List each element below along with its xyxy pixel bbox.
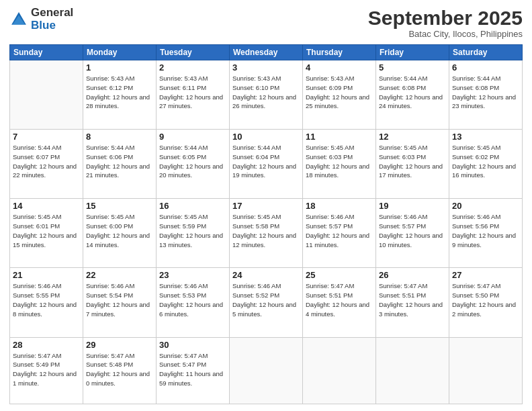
day-info: Sunrise: 5:47 AMSunset: 5:51 PMDaylight:… <box>306 281 373 318</box>
sunset-label: Sunset: 6:10 PM <box>232 84 279 91</box>
table-row: 5Sunrise: 5:44 AMSunset: 6:08 PMDaylight… <box>376 60 449 130</box>
table-row: 30Sunrise: 5:47 AMSunset: 5:47 PMDayligh… <box>157 337 230 404</box>
daylight-label: Daylight: 12 hours and 11 minutes. <box>306 232 369 248</box>
day-number: 22 <box>86 270 153 280</box>
daylight-label: Daylight: 12 hours and 0 minutes. <box>86 370 150 387</box>
sunset-label: Sunset: 6:08 PM <box>379 84 426 91</box>
day-number: 24 <box>232 270 300 280</box>
col-sunday: Sunday <box>10 45 83 60</box>
sunrise-label: Sunrise: 5:46 AM <box>86 282 134 289</box>
table-row: 9Sunrise: 5:44 AMSunset: 6:05 PMDaylight… <box>157 130 230 199</box>
daylight-label: Daylight: 12 hours and 22 minutes. <box>13 163 77 179</box>
daylight-label: Daylight: 12 hours and 12 minutes. <box>232 232 296 248</box>
sunset-label: Sunset: 6:04 PM <box>232 153 279 161</box>
sunset-label: Sunset: 6:12 PM <box>86 84 133 91</box>
day-number: 21 <box>13 270 80 280</box>
table-row: 11Sunrise: 5:45 AMSunset: 6:03 PMDayligh… <box>303 130 376 199</box>
table-row: 15Sunrise: 5:45 AMSunset: 6:00 PMDayligh… <box>83 199 157 268</box>
day-info: Sunrise: 5:45 AMSunset: 6:01 PMDaylight:… <box>13 212 80 249</box>
day-number: 16 <box>159 201 226 211</box>
calendar-week-row: 14Sunrise: 5:45 AMSunset: 6:01 PMDayligh… <box>10 199 523 268</box>
day-info: Sunrise: 5:47 AMSunset: 5:51 PMDaylight:… <box>379 281 446 318</box>
day-number: 11 <box>306 132 373 142</box>
daylight-label: Daylight: 12 hours and 13 minutes. <box>159 232 223 248</box>
table-row: 25Sunrise: 5:47 AMSunset: 5:51 PMDayligh… <box>303 268 376 337</box>
day-info: Sunrise: 5:43 AMSunset: 6:12 PMDaylight:… <box>86 74 153 111</box>
table-row: 2Sunrise: 5:43 AMSunset: 6:11 PMDaylight… <box>157 60 230 130</box>
sunset-label: Sunset: 6:07 PM <box>13 153 60 161</box>
daylight-label: Daylight: 12 hours and 21 minutes. <box>86 163 150 179</box>
day-number: 14 <box>13 201 80 211</box>
sunset-label: Sunset: 5:51 PM <box>306 291 353 299</box>
day-number: 3 <box>232 62 300 73</box>
sunrise-label: Sunrise: 5:45 AM <box>232 213 281 220</box>
sunset-label: Sunset: 5:56 PM <box>452 222 499 230</box>
sunrise-label: Sunrise: 5:47 AM <box>306 282 354 289</box>
daylight-label: Daylight: 11 hours and 59 minutes. <box>159 370 223 387</box>
table-row <box>303 337 376 404</box>
day-info: Sunrise: 5:47 AMSunset: 5:48 PMDaylight:… <box>86 351 153 388</box>
sunset-label: Sunset: 5:50 PM <box>452 291 499 299</box>
day-number: 19 <box>379 201 446 211</box>
table-row: 24Sunrise: 5:46 AMSunset: 5:52 PMDayligh… <box>230 268 303 337</box>
sunrise-label: Sunrise: 5:46 AM <box>13 282 61 289</box>
day-number: 28 <box>13 340 80 350</box>
table-row: 17Sunrise: 5:45 AMSunset: 5:58 PMDayligh… <box>230 199 303 268</box>
sunrise-label: Sunrise: 5:46 AM <box>379 213 427 220</box>
day-number: 17 <box>232 201 300 211</box>
sunset-label: Sunset: 6:02 PM <box>452 153 499 161</box>
logo-icon <box>9 10 28 29</box>
sunrise-label: Sunrise: 5:44 AM <box>232 144 281 151</box>
table-row: 19Sunrise: 5:46 AMSunset: 5:57 PMDayligh… <box>376 199 449 268</box>
table-row: 3Sunrise: 5:43 AMSunset: 6:10 PMDaylight… <box>230 60 303 130</box>
daylight-label: Daylight: 12 hours and 6 minutes. <box>159 301 223 318</box>
table-row: 20Sunrise: 5:46 AMSunset: 5:56 PMDayligh… <box>449 199 523 268</box>
table-row: 16Sunrise: 5:45 AMSunset: 5:59 PMDayligh… <box>157 199 230 268</box>
sunrise-label: Sunrise: 5:47 AM <box>379 282 427 289</box>
daylight-label: Daylight: 12 hours and 28 minutes. <box>86 93 150 110</box>
sunset-label: Sunset: 5:47 PM <box>159 361 206 368</box>
table-row: 23Sunrise: 5:46 AMSunset: 5:53 PMDayligh… <box>157 268 230 337</box>
logo-text: General Blue <box>31 7 73 32</box>
sunrise-label: Sunrise: 5:45 AM <box>159 213 208 220</box>
day-info: Sunrise: 5:44 AMSunset: 6:05 PMDaylight:… <box>159 143 226 180</box>
sunset-label: Sunset: 6:11 PM <box>159 84 206 91</box>
sunrise-label: Sunrise: 5:47 AM <box>86 352 134 359</box>
sunset-label: Sunset: 5:52 PM <box>232 291 279 299</box>
table-row <box>449 337 523 404</box>
day-info: Sunrise: 5:43 AMSunset: 6:11 PMDaylight:… <box>159 74 226 111</box>
title-block: September 2025 Batac City, Ilocos, Phili… <box>368 7 523 39</box>
sunset-label: Sunset: 6:05 PM <box>159 153 206 161</box>
day-number: 5 <box>379 62 446 73</box>
daylight-label: Daylight: 12 hours and 2 minutes. <box>452 301 516 318</box>
sunset-label: Sunset: 5:51 PM <box>379 291 426 299</box>
table-row: 7Sunrise: 5:44 AMSunset: 6:07 PMDaylight… <box>10 130 83 199</box>
day-number: 10 <box>232 132 300 142</box>
calendar-table: Sunday Monday Tuesday Wednesday Thursday… <box>9 44 523 404</box>
table-row: 10Sunrise: 5:44 AMSunset: 6:04 PMDayligh… <box>230 130 303 199</box>
daylight-label: Daylight: 12 hours and 23 minutes. <box>452 93 516 110</box>
day-info: Sunrise: 5:47 AMSunset: 5:50 PMDaylight:… <box>452 281 519 318</box>
day-number: 18 <box>306 201 373 211</box>
day-info: Sunrise: 5:45 AMSunset: 6:02 PMDaylight:… <box>452 143 519 180</box>
sunrise-label: Sunrise: 5:45 AM <box>452 144 500 151</box>
table-row: 21Sunrise: 5:46 AMSunset: 5:55 PMDayligh… <box>10 268 83 337</box>
sunrise-label: Sunrise: 5:45 AM <box>13 213 61 220</box>
daylight-label: Daylight: 12 hours and 7 minutes. <box>86 301 150 318</box>
sunrise-label: Sunrise: 5:46 AM <box>306 213 354 220</box>
col-tuesday: Tuesday <box>157 45 230 60</box>
day-number: 15 <box>86 201 153 211</box>
col-wednesday: Wednesday <box>230 45 303 60</box>
table-row: 12Sunrise: 5:45 AMSunset: 6:03 PMDayligh… <box>376 130 449 199</box>
daylight-label: Daylight: 12 hours and 8 minutes. <box>13 301 77 318</box>
daylight-label: Daylight: 12 hours and 18 minutes. <box>306 163 369 179</box>
sunrise-label: Sunrise: 5:44 AM <box>159 144 208 151</box>
daylight-label: Daylight: 12 hours and 15 minutes. <box>13 232 77 248</box>
sunset-label: Sunset: 6:03 PM <box>306 153 353 161</box>
header: General Blue September 2025 Batac City, … <box>9 7 523 39</box>
daylight-label: Daylight: 12 hours and 16 minutes. <box>452 163 516 179</box>
sunrise-label: Sunrise: 5:47 AM <box>13 352 61 359</box>
day-info: Sunrise: 5:44 AMSunset: 6:06 PMDaylight:… <box>86 143 153 180</box>
day-info: Sunrise: 5:45 AMSunset: 6:00 PMDaylight:… <box>86 212 153 249</box>
col-monday: Monday <box>83 45 157 60</box>
